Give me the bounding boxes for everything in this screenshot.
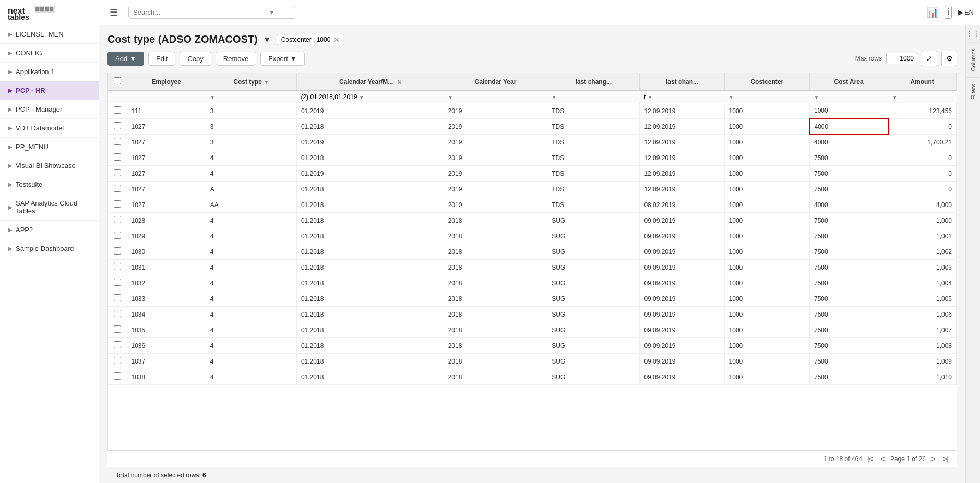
- first-page-button[interactable]: |<: [865, 454, 876, 464]
- row-checkbox[interactable]: [114, 232, 121, 239]
- grid-dots-icon[interactable]: ⋮⋮: [964, 25, 981, 42]
- search-input[interactable]: [133, 8, 269, 16]
- costcenter-cell: 1000: [724, 213, 809, 228]
- filter-chip-remove-icon[interactable]: ✕: [333, 35, 340, 44]
- employee-cell: 1027: [127, 182, 206, 197]
- cost-area-cell: 7500: [809, 369, 888, 385]
- language-selector[interactable]: ▶ EN: [958, 8, 974, 16]
- row-checkbox[interactable]: [114, 185, 121, 192]
- search-dropdown-icon[interactable]: ▼: [269, 9, 275, 16]
- last-chang1-header: last chang...: [547, 73, 640, 91]
- calendar-year-m-cell: 01.2018: [296, 322, 444, 338]
- table-row: 1029 4 01.2018 2018 SUG 09.09.2019 1000 …: [108, 228, 957, 244]
- calendar-year-filter-icon[interactable]: ▼: [448, 94, 453, 100]
- calendar-year-m-cell: 01.2018: [296, 228, 444, 244]
- calendar-year-m-cell: 01.2018: [296, 213, 444, 228]
- row-checkbox[interactable]: [114, 325, 121, 333]
- calendar-year-m-sort-icon[interactable]: ⇅: [397, 79, 401, 85]
- row-checkbox[interactable]: [114, 200, 121, 208]
- row-checkbox[interactable]: [114, 263, 121, 270]
- cost-area-filter-icon[interactable]: ▼: [814, 94, 819, 100]
- max-rows-input[interactable]: [886, 53, 917, 64]
- row-checkbox[interactable]: [114, 138, 121, 145]
- analytics-icon[interactable]: 📊: [927, 7, 938, 18]
- row-checkbox-cell: [108, 307, 127, 322]
- remove-button[interactable]: Remove: [216, 52, 256, 66]
- export-button[interactable]: Export ▼: [260, 52, 304, 66]
- page-content: Cost type (ADSO ZOMACOST) ▼ Costcenter :…: [99, 25, 965, 483]
- row-checkbox[interactable]: [114, 153, 121, 161]
- sidebar-item-app2[interactable]: ▶ APP2: [0, 221, 99, 239]
- sidebar-item-license-men[interactable]: ▶ LICENSE_MEN: [0, 25, 99, 44]
- last-chang1-cell: SUG: [547, 244, 640, 260]
- cost-type-filter-icon-2[interactable]: ▼: [210, 94, 215, 100]
- row-checkbox[interactable]: [114, 372, 121, 380]
- amount-cell: 4,000: [888, 197, 957, 213]
- costcenter-cell: 1000: [724, 119, 809, 135]
- select-all-checkbox[interactable]: [114, 77, 121, 84]
- info-icon[interactable]: i: [945, 6, 952, 19]
- copy-button[interactable]: Copy: [180, 52, 211, 66]
- row-checkbox[interactable]: [114, 357, 121, 364]
- employee-cell: 1030: [127, 244, 206, 260]
- prev-page-button[interactable]: <: [879, 454, 887, 464]
- cost-area-cell: 7500: [809, 260, 888, 275]
- sidebar-item-config[interactable]: ▶ CONFIG: [0, 44, 99, 63]
- row-checkbox[interactable]: [114, 310, 121, 317]
- costcenter-cell: 1000: [724, 135, 809, 150]
- chevron-right-icon: ▶: [8, 69, 13, 75]
- cost-type-filter-icon[interactable]: ▼: [264, 79, 269, 85]
- sidebar-item-pcp-hr[interactable]: ▶ PCP - HR: [0, 81, 99, 100]
- svg-text:tables: tables: [8, 13, 29, 21]
- hamburger-menu-button[interactable]: ☰: [105, 5, 122, 20]
- costcenter-filter-icon[interactable]: ▼: [728, 94, 734, 100]
- calendar-year-cell: 2018: [444, 275, 547, 291]
- last-chan2-cell: 09.09.2019: [640, 244, 724, 260]
- amount-cell: 0: [888, 182, 957, 197]
- amount-filter-icon[interactable]: ▼: [892, 94, 898, 100]
- last-chan2-filter-icon[interactable]: ▼: [648, 94, 653, 100]
- sidebar-item-pp-menu[interactable]: ▶ PP_MENU: [0, 138, 99, 156]
- row-checkbox[interactable]: [114, 106, 121, 114]
- sidebar-item-visual-bi-showcase[interactable]: ▶ Visual BI Showcase: [0, 156, 99, 175]
- table-footer: 1 to 18 of 464 |< < Page 1 of 26 > >|: [107, 450, 957, 467]
- sidebar-item-pcp-manager[interactable]: ▶ PCP - Manager: [0, 100, 99, 119]
- columns-panel-button[interactable]: Columns: [967, 42, 979, 77]
- last-page-button[interactable]: >|: [940, 454, 951, 464]
- last-chang1-cell: TDS: [547, 103, 640, 119]
- add-button[interactable]: Add ▼: [107, 52, 144, 66]
- edit-button[interactable]: Edit: [148, 52, 175, 66]
- table-body: 111 3 01.2019 2019 TDS 12.09.2019 1000 1…: [108, 103, 957, 385]
- fullscreen-button[interactable]: ⤢: [922, 51, 937, 66]
- cost-area-cell: 7500: [809, 307, 888, 322]
- row-checkbox[interactable]: [114, 169, 121, 176]
- last-chang1-filter-icon[interactable]: ▼: [552, 94, 557, 100]
- amount-header-label: Amount: [910, 78, 934, 86]
- employee-cell: 1027: [127, 119, 206, 135]
- row-checkbox[interactable]: [114, 341, 121, 348]
- cost-type-cell: 4: [206, 354, 296, 369]
- calendar-year-m-filter-icon[interactable]: ▼: [359, 94, 364, 100]
- costcenter-cell: 1000: [724, 182, 809, 197]
- max-rows-label: Max rows: [855, 55, 882, 62]
- costcenter-cell: 1000: [724, 307, 809, 322]
- page-title-filter-icon[interactable]: ▼: [263, 35, 271, 44]
- sidebar-item-applikation-1[interactable]: ▶ Applikation 1: [0, 63, 99, 81]
- row-checkbox[interactable]: [114, 279, 121, 286]
- next-page-button[interactable]: >: [929, 454, 937, 464]
- sidebar-item-sap-analytics-cloud-tables[interactable]: ▶ SAP Analytics Cloud Tables: [0, 194, 99, 221]
- filters-panel-button[interactable]: Filters: [967, 77, 979, 106]
- row-checkbox[interactable]: [114, 294, 121, 301]
- employee-cell: 1027: [127, 135, 206, 150]
- sidebar-item-testsuite[interactable]: ▶ Testsuite: [0, 175, 99, 194]
- sidebar-item-vdt-datamodel[interactable]: ▶ VDT Datamodel: [0, 119, 99, 138]
- table-filter-row: ▼ (2) 01.2018,01.2019 ▼ ▼ ▼: [108, 91, 957, 103]
- sidebar-item-sample-dashboard[interactable]: ▶ Sample Dashboard: [0, 239, 99, 258]
- row-checkbox[interactable]: [114, 122, 121, 129]
- settings-button[interactable]: ⚙: [941, 51, 957, 66]
- row-checkbox[interactable]: [114, 247, 121, 255]
- chevron-right-icon: ▶: [8, 163, 13, 168]
- last-chang1-cell: SUG: [547, 228, 640, 244]
- last-chang1-cell: SUG: [547, 307, 640, 322]
- row-checkbox[interactable]: [114, 216, 121, 223]
